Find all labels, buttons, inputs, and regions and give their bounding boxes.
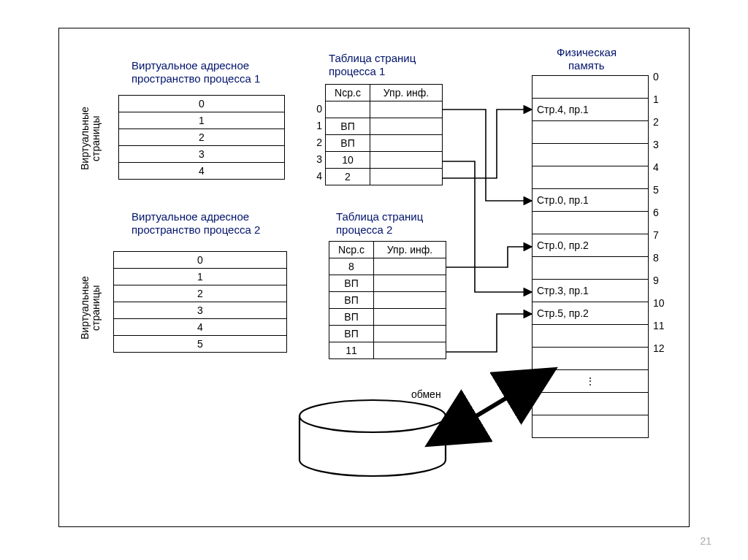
page-table-2: Nср.с Упр. инф. 8 ВП ВП ВП ВП 11: [329, 241, 446, 359]
phys-cell: [533, 415, 649, 438]
table-row: [533, 212, 649, 234]
phys-idx-6: 6: [653, 207, 659, 218]
table-row: Стр.0, пр.1: [533, 189, 649, 212]
phys-idx-4: 4: [653, 161, 659, 173]
phys-cell: [533, 76, 649, 99]
vpage-cell: 0: [119, 96, 285, 112]
table-row: Стр.4, пр.1: [533, 99, 649, 121]
vpage-cell: 2: [114, 285, 287, 302]
table-row: ВП: [326, 135, 443, 152]
slide-number: 21: [700, 535, 711, 547]
pt-cell: ВП: [326, 118, 370, 135]
phys-cell: [533, 121, 649, 144]
pt1-idx-2: 2: [309, 137, 322, 148]
table-row: Стр.0, пр.2: [533, 234, 649, 257]
phys-idx-11: 11: [653, 320, 665, 331]
table-row: [533, 415, 649, 438]
pt-cell: [374, 292, 446, 309]
pt-cell: [370, 152, 443, 169]
phys-cell: [533, 144, 649, 166]
phys-cell: Стр.0, пр.2: [533, 234, 649, 257]
table-row: 0: [119, 96, 285, 112]
vpage-cell: 4: [119, 163, 285, 180]
phys-idx-7: 7: [653, 229, 659, 241]
table-row: 10: [326, 152, 443, 169]
table-row: ВП: [326, 118, 443, 135]
pt-cell: 2: [326, 169, 370, 185]
vlabel1-b: страницы: [91, 110, 101, 168]
table-row: 2: [119, 129, 285, 146]
table-row: [533, 144, 649, 166]
table-row: ВП: [329, 326, 446, 342]
vpage-cell: 1: [119, 112, 285, 129]
title-vspace2-line2: пространство процесса 2: [131, 223, 260, 237]
phys-idx-0: 0: [653, 71, 659, 83]
phys-cell: [533, 393, 649, 415]
table-row: Nср.с Упр. инф.: [326, 85, 443, 101]
phys-cell: [533, 348, 649, 370]
phys-cell: [533, 325, 649, 348]
table-row: [533, 348, 649, 370]
pt-cell: [326, 101, 370, 118]
vpage-cell: 3: [119, 146, 285, 163]
pt-header-ctrl: Упр. инф.: [374, 242, 446, 258]
title-pt2-line1: Таблица страниц: [336, 210, 423, 223]
table-row: 1: [114, 269, 287, 285]
table-row: 3: [119, 146, 285, 163]
phys-cell: [533, 166, 649, 189]
pt1-idx-3: 3: [309, 153, 322, 165]
table-row: [533, 325, 649, 348]
vpages-table-2: 0 1 2 3 4 5: [113, 251, 287, 353]
vpage-cell: 2: [119, 129, 285, 146]
phys-cell: Стр.5, пр.2: [533, 302, 649, 325]
pt-cell: [374, 309, 446, 326]
phys-idx-1: 1: [653, 93, 659, 105]
pt-cell: [370, 101, 443, 118]
table-row: ВП: [329, 309, 446, 326]
table-row: [533, 257, 649, 280]
table-row: [533, 76, 649, 99]
table-row: 2: [114, 285, 287, 302]
pt-cell: ВП: [329, 275, 374, 292]
phys-cell: [533, 257, 649, 280]
phys-idx-2: 2: [653, 116, 659, 128]
title-pt1-line1: Таблица страниц: [329, 52, 416, 65]
title-phys-line1: Физическая: [557, 46, 617, 59]
pt-cell: [374, 326, 446, 342]
table-row: 8: [329, 258, 446, 275]
phys-mem-table: Стр.4, пр.1 Стр.0, пр.1 Стр.0, пр.2 Стр.…: [532, 75, 649, 438]
vpage-cell: 1: [114, 269, 287, 285]
vlabel2-a: Виртуальные: [80, 268, 90, 348]
table-row: Стр.5, пр.2: [533, 302, 649, 325]
vpage-cell: 3: [114, 302, 287, 319]
pt-cell: 10: [326, 152, 370, 169]
table-row: [533, 166, 649, 189]
title-pt2-line2: процесса 2: [336, 223, 392, 237]
pt1-idx-4: 4: [309, 170, 322, 182]
table-row: ⋮: [533, 370, 649, 393]
pt1-idx-1: 1: [309, 120, 322, 131]
phys-idx-8: 8: [653, 252, 659, 264]
table-row: [326, 101, 443, 118]
phys-idx-9: 9: [653, 275, 659, 286]
table-row: ВП: [329, 292, 446, 309]
phys-idx-12: 12: [653, 342, 665, 354]
title-vspace1-line1: Виртуальное адресное: [131, 59, 249, 72]
vlabel1-a: Виртуальные: [80, 99, 90, 179]
pt-cell: ВП: [329, 309, 374, 326]
phys-idx-5: 5: [653, 184, 659, 196]
pt-header-ctrl: Упр. инф.: [370, 85, 443, 101]
pt-cell: ВП: [329, 326, 374, 342]
title-phys-line2: память: [568, 59, 605, 72]
vpages-table-1: 0 1 2 3 4: [118, 95, 285, 180]
title-vspace2-line1: Виртуальное адресное: [131, 210, 249, 223]
pt-cell: [374, 342, 446, 359]
phys-cell: Стр.4, пр.1: [533, 99, 649, 121]
vpage-cell: 0: [114, 252, 287, 269]
phys-idx-3: 3: [653, 139, 659, 150]
pt-cell: [374, 258, 446, 275]
vpage-cell: 5: [114, 336, 287, 353]
table-row: 1: [119, 112, 285, 129]
table-row: ВП: [329, 275, 446, 292]
pt-cell: ВП: [329, 292, 374, 309]
